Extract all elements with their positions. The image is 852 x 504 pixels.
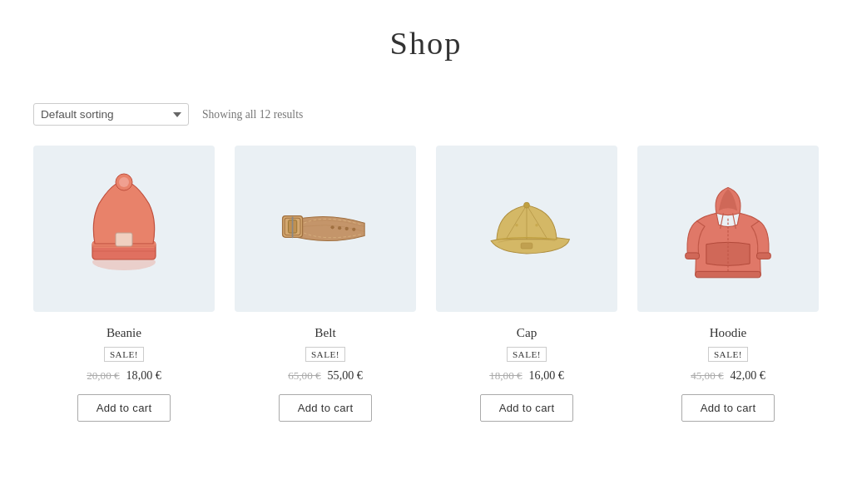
svg-rect-25 bbox=[696, 271, 760, 277]
svg-point-17 bbox=[515, 224, 518, 226]
results-count: Showing all 12 results bbox=[202, 108, 303, 121]
page-wrapper: Shop Default sorting Sort by popularity … bbox=[0, 0, 852, 472]
product-image-belt[interactable] bbox=[235, 146, 416, 312]
price-wrap-cap: 18,00 € 16,00 € bbox=[489, 368, 564, 383]
price-wrap-hoodie: 45,00 € 42,00 € bbox=[691, 368, 765, 383]
svg-point-18 bbox=[535, 224, 537, 226]
product-name-hoodie: Hoodie bbox=[710, 325, 747, 340]
price-old-cap: 18,00 € bbox=[489, 369, 522, 383]
svg-rect-24 bbox=[757, 253, 771, 259]
products-grid: Beanie SALE! 20,00 € 18,00 € Add to cart bbox=[33, 146, 819, 422]
svg-rect-5 bbox=[116, 233, 132, 246]
product-card-cap: Cap SALE! 18,00 € 16,00 € Add to cart bbox=[436, 146, 617, 422]
svg-rect-23 bbox=[686, 253, 700, 259]
price-wrap-belt: 65,00 € 55,00 € bbox=[288, 368, 363, 383]
beanie-icon bbox=[74, 170, 174, 287]
product-name-cap: Cap bbox=[517, 325, 537, 340]
product-image-beanie[interactable] bbox=[33, 146, 215, 312]
sort-select[interactable]: Default sorting Sort by popularity Sort … bbox=[33, 103, 189, 126]
product-image-cap[interactable] bbox=[436, 146, 617, 312]
price-new-cap: 16,00 € bbox=[529, 368, 564, 383]
price-new-belt: 55,00 € bbox=[328, 368, 363, 383]
add-to-cart-cap[interactable]: Add to cart bbox=[480, 394, 574, 422]
svg-point-7 bbox=[119, 177, 129, 187]
svg-point-14 bbox=[352, 228, 355, 231]
toolbar: Default sorting Sort by popularity Sort … bbox=[33, 103, 819, 126]
product-name-belt: Belt bbox=[315, 325, 335, 340]
product-card-hoodie: Hoodie SALE! 45,00 € 42,00 € Add to cart bbox=[637, 146, 819, 422]
price-new-beanie: 18,00 € bbox=[126, 368, 161, 383]
cap-icon bbox=[477, 170, 577, 287]
price-wrap-beanie: 20,00 € 18,00 € bbox=[87, 368, 161, 383]
product-image-hoodie[interactable] bbox=[637, 146, 819, 312]
price-old-hoodie: 45,00 € bbox=[691, 369, 723, 383]
add-to-cart-hoodie[interactable]: Add to cart bbox=[681, 394, 775, 422]
sale-badge-cap: SALE! bbox=[507, 347, 547, 362]
svg-point-15 bbox=[330, 225, 334, 229]
svg-point-12 bbox=[338, 226, 341, 230]
belt-icon bbox=[275, 170, 375, 287]
product-card-beanie: Beanie SALE! 20,00 € 18,00 € Add to cart bbox=[33, 146, 215, 422]
hoodie-icon bbox=[678, 170, 778, 287]
product-card-belt: Belt SALE! 65,00 € 55,00 € Add to cart bbox=[235, 146, 416, 422]
product-name-beanie: Beanie bbox=[106, 325, 141, 340]
add-to-cart-beanie[interactable]: Add to cart bbox=[77, 394, 171, 422]
price-new-hoodie: 42,00 € bbox=[731, 368, 765, 383]
price-old-belt: 65,00 € bbox=[288, 369, 320, 383]
sale-badge-beanie: SALE! bbox=[104, 347, 144, 362]
add-to-cart-belt[interactable]: Add to cart bbox=[279, 394, 373, 422]
sale-badge-hoodie: SALE! bbox=[708, 347, 748, 362]
svg-point-16 bbox=[524, 202, 530, 208]
price-old-beanie: 20,00 € bbox=[87, 369, 119, 383]
svg-point-13 bbox=[345, 227, 349, 230]
page-title: Shop bbox=[33, 25, 819, 62]
svg-rect-19 bbox=[521, 243, 532, 249]
sale-badge-belt: SALE! bbox=[305, 347, 345, 362]
